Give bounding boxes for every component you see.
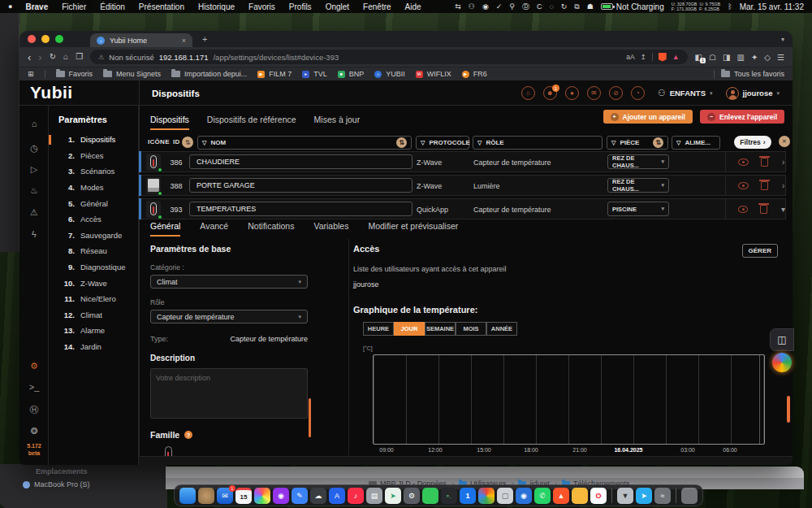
home-button[interactable]: ⌂ xyxy=(63,53,68,61)
dock-app-store[interactable]: A xyxy=(329,488,345,504)
dock-external-drive[interactable]: ▼ xyxy=(617,488,633,504)
sidebar-item-alarme[interactable]: 13.Alarme xyxy=(58,323,138,339)
home-icon[interactable]: ⌂ xyxy=(19,119,49,128)
wallet-icon[interactable]: ▥ xyxy=(736,53,744,62)
dock-slicer[interactable]: ▤ xyxy=(366,488,382,504)
role-select[interactable]: Capteur de température▾ xyxy=(150,310,308,323)
dock-color-app[interactable] xyxy=(478,488,495,504)
help-badge[interactable]: ? xyxy=(184,431,192,439)
menu-clock[interactable]: Mar. 15 avr. 11:32 xyxy=(740,2,804,11)
close-tab-icon[interactable]: × xyxy=(182,37,186,45)
sidebar-item-modes[interactable]: 4.Modes xyxy=(58,180,138,196)
sidebar-item-acces[interactable]: 6.Accès xyxy=(58,211,138,228)
expand-row-icon[interactable]: › xyxy=(782,158,784,167)
finder-sidebar-item[interactable]: MacBook Pro (S) xyxy=(23,480,90,488)
sparkle-icon[interactable]: ✦ xyxy=(751,53,758,62)
dock-1password[interactable]: 1 xyxy=(460,488,476,504)
tab-dispositifs[interactable]: Dispositifs xyxy=(150,115,189,130)
bookmark-wiflix[interactable]: WWIFLIX xyxy=(416,70,451,78)
sort-id-button[interactable]: ⇅ xyxy=(182,137,193,148)
add-device-button[interactable]: +Ajouter un appareil xyxy=(603,110,693,124)
energy-icon[interactable]: ϟ xyxy=(19,229,49,239)
menu-brave[interactable]: Brave xyxy=(25,2,48,11)
bookmark-yubii[interactable]: ⌂YUBII xyxy=(374,70,405,78)
security-label[interactable]: Non sécurisé xyxy=(109,53,153,62)
translate-icon[interactable]: aA xyxy=(626,53,634,61)
menu-favoris[interactable]: Favoris xyxy=(248,2,275,11)
dock-maps[interactable]: ➤ xyxy=(385,488,401,504)
device-row-388[interactable]: 388 Z-Wave Lumière REZ DE CHAUS...▾ › xyxy=(139,175,786,196)
menu-historique[interactable]: Historique xyxy=(198,2,235,11)
browser-tab[interactable]: ⌂ Yubii Home × xyxy=(90,33,192,47)
dock-music[interactable]: ♪ xyxy=(348,488,364,504)
page-scrollbar[interactable] xyxy=(787,396,790,423)
dock-podcasts[interactable]: ◉ xyxy=(273,488,289,504)
filters-button[interactable]: Filtres› xyxy=(734,136,771,149)
dock-mail[interactable]: ✉1 xyxy=(217,488,233,504)
dock-camera-app[interactable]: ◉ xyxy=(516,488,532,504)
description-textarea[interactable] xyxy=(150,368,308,419)
device-name-input[interactable] xyxy=(189,202,412,216)
reload-button[interactable]: ↻ xyxy=(50,53,56,61)
shield-status-icon[interactable]: ✓ xyxy=(496,2,503,11)
tab-dispositifs-reference[interactable]: Dispositifs de référence xyxy=(207,115,296,130)
hat-status-icon[interactable]: ☗ xyxy=(587,2,594,11)
range-annee-button[interactable]: ANNÉE xyxy=(486,322,517,336)
block-icon[interactable]: ⊘ xyxy=(609,86,623,100)
room-select[interactable]: REZ DE CHAUS...▾ xyxy=(607,178,669,193)
wheel-status-icon[interactable]: ◉ xyxy=(482,2,489,11)
range-mois-button[interactable]: MOIS xyxy=(456,322,486,336)
alarm-icon[interactable]: ⌂ xyxy=(521,86,535,100)
browser-menu-icon[interactable]: ☰ xyxy=(777,53,784,62)
brave-rewards-icon[interactable]: ▲ xyxy=(672,53,680,61)
sidebar-item-zwave[interactable]: 10.Z-Wave xyxy=(58,275,138,291)
dock-whatsapp[interactable]: ✆ xyxy=(534,488,551,504)
dock-audio-app[interactable]: ≈ xyxy=(654,488,671,504)
settings-gear-icon[interactable]: ⚙ xyxy=(19,361,49,371)
sort-nom-button[interactable]: ⇅ xyxy=(396,137,407,148)
sidebar-item-pieces[interactable]: 2.Pièces xyxy=(58,148,138,164)
apps-gear-icon[interactable]: ❂ xyxy=(19,426,49,436)
bluetooth-icon[interactable]: ᛒ xyxy=(728,2,732,11)
reading-mode-button[interactable]: ◫ xyxy=(770,328,794,351)
device-row-393[interactable]: 393 QuickApp Capteur de température PISC… xyxy=(139,198,786,219)
sidebar-item-sauvegarde[interactable]: 7.Sauvegarde xyxy=(58,228,138,244)
reading-list-button[interactable]: ❐ xyxy=(76,53,83,61)
delete-device-icon[interactable] xyxy=(761,181,768,190)
close-window-button[interactable] xyxy=(28,35,36,43)
bookmark-folder-favoris[interactable]: Favoris xyxy=(56,70,93,78)
hide-device-icon[interactable] xyxy=(738,182,749,189)
sidebar-item-nice-elero[interactable]: 11.Nice/Elero xyxy=(58,291,138,307)
zoom-window-button[interactable] xyxy=(55,35,63,43)
sidebar-item-scenarios[interactable]: 3.Scénarios xyxy=(58,163,138,180)
manage-access-button[interactable]: GÉRER xyxy=(742,244,778,258)
color-sphere-button[interactable] xyxy=(772,353,792,372)
room-select[interactable]: PISCINE▾ xyxy=(607,202,669,216)
device-row-386[interactable]: 386 Z-Wave Capteur de température REZ DE… xyxy=(139,151,786,172)
share-icon[interactable]: ↥ xyxy=(641,53,646,61)
remove-device-button[interactable]: −Enlevez l'appareil xyxy=(700,110,784,124)
menu-edition[interactable]: Édition xyxy=(100,2,125,11)
device-name-input[interactable] xyxy=(189,178,412,193)
user-menu[interactable]: jjourose ▾ xyxy=(726,87,780,100)
new-tab-button[interactable]: + xyxy=(202,34,207,44)
delete-device-icon[interactable] xyxy=(761,158,768,167)
filter-piece[interactable]: ▽ PIÈCE ⇅ xyxy=(607,136,668,150)
brave-shield-icon[interactable] xyxy=(659,53,667,62)
range-heure-button[interactable]: HEURE xyxy=(363,322,394,336)
back-button[interactable]: ‹ xyxy=(28,52,31,63)
menu-fenetre[interactable]: Fenêtre xyxy=(363,2,391,11)
profile-icon[interactable]: ● xyxy=(565,86,579,100)
tab-avance[interactable]: Avancé xyxy=(200,221,228,237)
sidebar-item-climat[interactable]: 12.Climat xyxy=(58,307,138,323)
room-select[interactable]: REZ DE CHAUS...▾ xyxy=(607,154,669,169)
tab-general[interactable]: Général xyxy=(150,221,180,237)
enfants-menu[interactable]: ⚇ ENFANTS ▾ xyxy=(658,88,713,98)
dock-classic-mac-app[interactable]: ▢ xyxy=(497,488,513,504)
menu-fichier[interactable]: Fichier xyxy=(62,2,86,11)
menu-presentation[interactable]: Présentation xyxy=(139,2,184,11)
tab-modifier-previsualiser[interactable]: Modifier et prévisualiser xyxy=(368,221,458,237)
device-name-input[interactable] xyxy=(189,154,412,169)
horizontal-scrollbar-track[interactable] xyxy=(139,456,793,465)
sync-status-icon[interactable]: ⇆ xyxy=(455,2,461,11)
